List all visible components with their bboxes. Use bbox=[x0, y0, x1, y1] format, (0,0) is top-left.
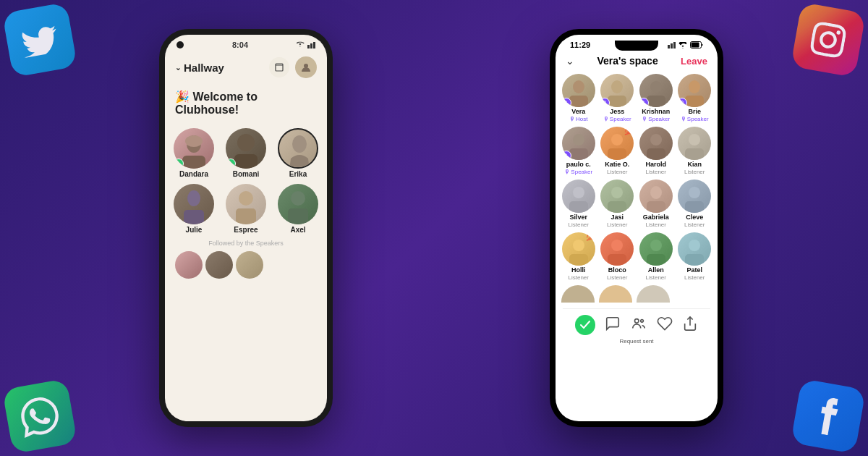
speaker-dandara[interactable]: ✦ Dandara bbox=[171, 128, 217, 178]
people-button[interactable] bbox=[631, 316, 647, 335]
svg-point-37 bbox=[650, 186, 662, 199]
android-status-bar: 8:04 bbox=[165, 35, 327, 52]
holli-emoji: 💯 bbox=[586, 232, 595, 241]
svg-rect-7 bbox=[234, 154, 258, 169]
svg-point-27 bbox=[611, 134, 623, 145]
svg-point-31 bbox=[689, 134, 700, 145]
participant-harold[interactable]: Harold Listener bbox=[639, 127, 673, 175]
extra-avatar-3 bbox=[637, 285, 670, 303]
listener-julie[interactable]: Julie bbox=[171, 184, 217, 234]
erika-avatar bbox=[278, 128, 318, 169]
svg-rect-36 bbox=[608, 201, 626, 213]
vera-name: Vera bbox=[571, 108, 585, 115]
svg-rect-44 bbox=[608, 254, 626, 266]
svg-point-6 bbox=[237, 134, 255, 151]
allen-avatar bbox=[639, 232, 673, 266]
vera-avatar: 🎙 bbox=[562, 74, 595, 107]
svg-rect-20 bbox=[608, 96, 626, 107]
request-sent-label: Request sent bbox=[563, 338, 710, 345]
espree-avatar bbox=[226, 184, 266, 224]
extra-avatar-1 bbox=[561, 285, 595, 303]
listener-axel[interactable]: Axel bbox=[275, 184, 321, 234]
create-room-icon[interactable] bbox=[269, 57, 289, 77]
participant-bloco[interactable]: Bloco Listener bbox=[600, 232, 635, 281]
android-time: 8:04 bbox=[232, 41, 248, 49]
svg-point-9 bbox=[187, 190, 200, 206]
espree-name: Espree bbox=[234, 226, 258, 234]
participant-gabriela[interactable]: Gabriela Listener bbox=[639, 180, 673, 228]
svg-point-41 bbox=[573, 240, 584, 251]
gabriela-role: Listener bbox=[646, 221, 666, 228]
participant-vera[interactable]: 🎙 Vera 🎙 Host bbox=[561, 74, 596, 122]
erika-name: Erika bbox=[289, 170, 307, 178]
participant-paulo[interactable]: 🎙 paulo c. 🎙 Speaker bbox=[561, 127, 596, 175]
nav-chevron[interactable]: ⌄ bbox=[566, 55, 574, 67]
participant-krishnan[interactable]: 🎙 Krishnan 🎙 Speaker bbox=[639, 74, 673, 122]
silver-avatar bbox=[562, 180, 595, 213]
ios-screen: 11:29 ⌄ Vera's space bbox=[556, 35, 718, 421]
krishnan-mic: 🎙 bbox=[639, 98, 649, 107]
bloco-avatar bbox=[600, 232, 634, 266]
participant-cleve[interactable]: Cleve Listener bbox=[678, 180, 712, 228]
participant-jess[interactable]: 🎙 Jess 🎙 Speaker bbox=[600, 74, 635, 122]
hallway-label: Hallway bbox=[184, 62, 224, 74]
chat-button[interactable] bbox=[605, 316, 621, 335]
room-title: Vera's space bbox=[597, 55, 658, 67]
share-button[interactable] bbox=[682, 316, 698, 335]
profile-avatar[interactable] bbox=[295, 56, 317, 78]
small-avatar-3 bbox=[236, 251, 263, 279]
svg-point-29 bbox=[650, 134, 662, 145]
svg-point-39 bbox=[689, 187, 700, 198]
svg-rect-26 bbox=[569, 148, 588, 160]
brie-name: Brie bbox=[688, 108, 701, 115]
silver-name: Silver bbox=[569, 214, 587, 221]
svg-point-43 bbox=[611, 240, 623, 251]
leave-button[interactable]: Leave bbox=[681, 56, 707, 67]
svg-point-13 bbox=[291, 191, 305, 206]
participant-brie[interactable]: 🎙 Brie 🎙 Speaker bbox=[678, 74, 712, 122]
extra-avatar-2 bbox=[599, 285, 632, 303]
bomani-name: Bomani bbox=[233, 170, 260, 178]
participant-allen[interactable]: Allen Listener bbox=[639, 232, 673, 281]
brie-role: 🎙 Speaker bbox=[681, 116, 709, 122]
svg-rect-14 bbox=[288, 208, 308, 224]
participant-jasi[interactable]: Jasi Listener bbox=[600, 180, 635, 228]
participant-kian[interactable]: Kian Listener bbox=[678, 127, 712, 175]
participant-patel[interactable]: Patel Listener bbox=[678, 232, 712, 281]
request-checkmark-button[interactable] bbox=[575, 315, 595, 335]
bloco-role: Listener bbox=[607, 274, 627, 281]
chevron-icon: ⌄ bbox=[175, 64, 181, 72]
allen-name: Allen bbox=[648, 266, 664, 274]
patel-avatar bbox=[678, 232, 711, 266]
katie-emoji: 💯 bbox=[624, 127, 634, 135]
svg-rect-10 bbox=[184, 210, 204, 224]
erika-silhouette bbox=[279, 130, 318, 169]
svg-rect-42 bbox=[569, 254, 588, 266]
svg-point-50 bbox=[641, 319, 644, 322]
svg-point-8 bbox=[292, 135, 307, 153]
espree-silhouette bbox=[226, 184, 266, 224]
welcome-title: 🎉 Welcome to Clubhouse! bbox=[175, 90, 317, 117]
participant-holli[interactable]: 💯 Holli Listener bbox=[561, 232, 596, 281]
ios-signal bbox=[668, 42, 676, 48]
welcome-section: 🎉 Welcome to Clubhouse! bbox=[165, 83, 327, 128]
patel-name: Patel bbox=[686, 266, 702, 274]
speaker-bomani[interactable]: ✦ Bomani bbox=[223, 128, 269, 178]
julie-avatar bbox=[174, 184, 214, 224]
listener-espree[interactable]: Espree bbox=[223, 184, 269, 234]
heart-button[interactable] bbox=[657, 316, 673, 335]
ios-bottom-bar bbox=[563, 308, 710, 338]
participants-grid: 🎙 Vera 🎙 Host 🎙 Jess 🎙 Speaker 🎙 Krish bbox=[556, 69, 718, 285]
wifi-icon bbox=[297, 41, 305, 48]
bomani-avatar: ✦ bbox=[226, 128, 266, 169]
small-avatar-1 bbox=[175, 251, 203, 279]
svg-rect-46 bbox=[647, 254, 665, 266]
svg-point-17 bbox=[573, 80, 584, 93]
participant-silver[interactable]: Silver Listener bbox=[561, 180, 596, 228]
signal-icon bbox=[307, 42, 315, 48]
julie-silhouette bbox=[174, 184, 214, 224]
jess-role: 🎙 Speaker bbox=[603, 116, 631, 122]
participant-katie[interactable]: 💯 Katie O. Listener bbox=[600, 127, 635, 175]
speaker-erika[interactable]: Erika bbox=[275, 128, 321, 178]
dandara-avatar: ✦ bbox=[174, 128, 214, 169]
